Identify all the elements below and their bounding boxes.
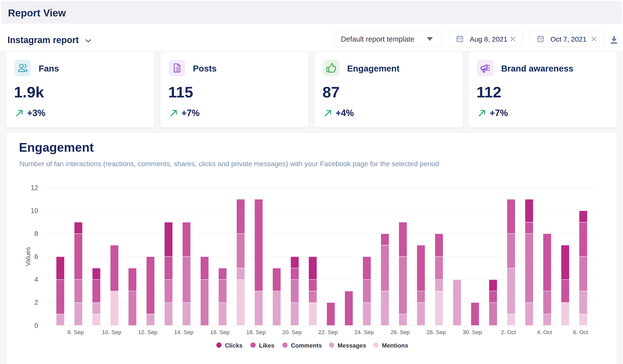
svg-text:8: 8	[34, 230, 38, 237]
svg-text:16. Sep: 16. Sep	[210, 329, 230, 335]
svg-text:4. Oct: 4. Oct	[537, 329, 552, 335]
svg-text:4: 4	[34, 276, 38, 283]
svg-text:Mentions: Mentions	[382, 342, 408, 349]
svg-text:10. Sep: 10. Sep	[102, 329, 121, 335]
svg-text:24. Sep: 24. Sep	[354, 329, 374, 335]
svg-text:18. Sep: 18. Sep	[246, 329, 266, 335]
svg-text:6. Oct: 6. Oct	[573, 329, 588, 335]
svg-text:Values: Values	[24, 247, 32, 266]
svg-text:28. Sep: 28. Sep	[427, 329, 446, 335]
svg-text:2. Oct: 2. Oct	[501, 329, 516, 335]
svg-text:26. Sep: 26. Sep	[390, 329, 410, 335]
svg-text:30. Sep: 30. Sep	[463, 329, 482, 335]
svg-text:2: 2	[34, 299, 38, 306]
svg-text:14. Sep: 14. Sep	[174, 329, 194, 335]
svg-text:22. Sep: 22. Sep	[318, 329, 338, 335]
svg-text:Clicks: Clicks	[225, 342, 243, 349]
svg-text:Likes: Likes	[259, 342, 274, 349]
svg-text:20. Sep: 20. Sep	[282, 329, 302, 335]
svg-text:Messages: Messages	[338, 342, 366, 349]
svg-text:12. Sep: 12. Sep	[138, 329, 157, 335]
svg-text:6: 6	[34, 253, 38, 260]
svg-text:12: 12	[31, 184, 38, 192]
svg-text:10: 10	[31, 207, 38, 215]
svg-text:0: 0	[34, 322, 38, 329]
svg-text:8. Sep: 8. Sep	[68, 329, 84, 335]
svg-text:Comments: Comments	[291, 342, 322, 349]
